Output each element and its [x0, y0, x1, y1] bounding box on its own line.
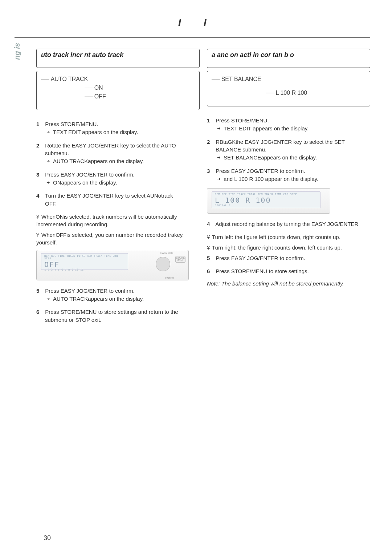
right-step-1: 1 Press STORE/MENU. ➜ TEXT EDIT appears … — [207, 117, 370, 133]
right-step-6: 6 Press STORE/MENU to store settings. — [207, 267, 370, 275]
step-num: 6 — [207, 267, 214, 275]
left-header-band: uto track incr nt auto track — [36, 49, 200, 68]
step-text-b: submenu or STOP exit. — [45, 316, 200, 324]
right-bullet-1: ¥Turn left: the figure left (counts down… — [207, 233, 370, 241]
left-step-3: 3 Press EASY JOG/ENTER to confirm. ➜ ONa… — [36, 171, 200, 187]
step-text: Adjust recording balance by turning the … — [215, 221, 358, 227]
step-result: TEXT EDIT appears on the display. — [224, 125, 309, 131]
lcd-side: DIGITAL I — [215, 204, 317, 207]
lcd-top-row: REM REC TIME TRACK TOTAL REM TRACK TIME … — [215, 193, 317, 196]
right-step-5: 5 Press EASY JOG/ENTER to confirm. — [207, 254, 370, 262]
step-result: AUTO TRACKappears on the display. — [53, 158, 144, 164]
bullet-text: Turn right: the figure right counts down… — [212, 244, 342, 251]
tree-off: OFF — [94, 92, 106, 101]
step-text: Press STORE/MENU. — [216, 117, 269, 123]
bullet-text: WhenOFFis selected, you can number the r… — [36, 232, 184, 246]
tree-val: L 100 R 100 — [276, 89, 307, 97]
bullet-text: WhenONis selected, track numbers will be… — [36, 214, 177, 227]
left-band-title: uto track incr nt auto track — [41, 51, 195, 59]
step-text: RBtaGKthe EASY JOG/ENTER key to select t… — [216, 139, 345, 145]
step-num: 1 — [207, 117, 214, 125]
step-text: Press EASY JOG/ENTER to confirm. — [216, 255, 305, 261]
easyjog-label: EASY JOG — [160, 252, 173, 254]
right-step-4: 4 Adjust recording balance by turning th… — [207, 220, 370, 228]
step-text-b: BALANCE submenu. — [216, 146, 370, 154]
step-num: 1 — [36, 120, 44, 128]
step-result: ONappears on the display. — [53, 179, 117, 186]
step-num: 3 — [207, 167, 214, 175]
title-frag-1: I — [178, 17, 181, 28]
step-num: 5 — [36, 287, 44, 295]
device-panel-image: REM REC TIME TRACK TOTAL REM TRACK TIME … — [36, 250, 189, 280]
left-step-4: 4 Turn the EASY JOG/ENTER key to select … — [36, 192, 200, 208]
right-bullet-2: ¥Turn right: the figure right counts dow… — [207, 244, 370, 251]
right-step-2: 2 RBtaGKthe EASY JOG/ENTER key to select… — [207, 138, 370, 162]
left-step-1: 1 Press STORE/MENU. ➜ TEXT EDIT appears … — [36, 120, 200, 137]
device-panel-image-small: REM REC TIME TRACK TOTAL REM TRACK TIME … — [207, 188, 330, 214]
right-band-title: a anc on acti in cor tan b o — [212, 51, 366, 59]
page: ng is I I uto track incr nt auto track ─… — [0, 0, 392, 555]
step-text: Press EASY JOG/ENTER to confirm. — [216, 168, 305, 174]
step-num: 3 — [36, 171, 44, 179]
lcd-display: REM REC TIME TRACK TOTAL REM TRACK TIME … — [41, 253, 128, 270]
title-frag-2: I — [204, 17, 207, 28]
tree-root: SET BALANCE — [221, 75, 261, 84]
left-step-6: 6 Press STORE/MENU to store settings and… — [36, 308, 200, 324]
left-step-2: 2 Rotate the EASY JOG/ENTER key to selec… — [36, 142, 200, 166]
left-column: uto track incr nt auto track ──AUTO TRAC… — [36, 49, 200, 329]
lcd-top-row: REM REC TIME TRACK TOTAL REM TRACK TIME … — [44, 255, 125, 260]
step-text: Press STORE/MENU. — [45, 121, 98, 127]
left-tree-box: ──AUTO TRACK ──ON ──OFF — [36, 71, 200, 110]
columns: uto track incr nt auto track ──AUTO TRAC… — [36, 49, 370, 329]
step-text: Turn the EASY JOG/ENTER key to select AU… — [45, 193, 173, 199]
step-text-b: OFF. — [45, 200, 200, 208]
bullet-text: Turn left: the figure left (counts down,… — [212, 234, 340, 240]
lcd-bottom-row: 1 2 3 4 5 6 7 8 9 10 11 — [44, 269, 125, 271]
step-result: SET BALANCEappears on the display. — [224, 154, 317, 161]
step-num: 2 — [207, 138, 214, 146]
side-tab: ng is — [13, 43, 21, 60]
right-note: Note: The balance setting will not be st… — [207, 280, 370, 287]
step-result: AUTO TRACKappears on the display. — [53, 296, 144, 302]
right-column: a anc on acti in cor tan b o ──SET BALAN… — [207, 49, 370, 329]
left-bullet-1: ¥WhenONis selected, track numbers will b… — [36, 213, 200, 228]
page-number: 30 — [44, 534, 51, 542]
left-step-5: 5 Press EASY JOG/ENTER to confirm. ➜ AUT… — [36, 287, 200, 303]
right-step-3: 3 Press EASY JOG/ENTER to confirm. ➜ and… — [207, 167, 370, 183]
enter-label: ENTER — [165, 277, 174, 279]
step-num: 5 — [207, 254, 214, 262]
tree-on: ON — [94, 84, 103, 92]
step-num: 6 — [36, 308, 44, 316]
step-text: Press STORE/MENU to store settings. — [216, 268, 309, 274]
step-text: Rotate the EASY JOG/ENTER key to select … — [45, 142, 176, 149]
step-text: Press STORE/MENU to store settings and r… — [45, 309, 178, 315]
step-num: 2 — [36, 142, 44, 150]
step-text: Press EASY JOG/ENTER to confirm. — [45, 171, 134, 178]
lcd-main: L 100 R 100 — [215, 196, 271, 204]
right-tree-box: ──SET BALANCE ──L 100 R 100 — [207, 71, 370, 106]
lcd-display: REM REC TIME TRACK TOTAL REM TRACK TIME … — [212, 191, 320, 208]
divider — [15, 37, 370, 38]
step-text-b: submenu. — [45, 149, 200, 157]
left-bullet-2: ¥WhenOFFis selected, you can number the … — [36, 231, 200, 246]
step-num: 4 — [207, 220, 214, 228]
step-text: Press EASY JOG/ENTER to confirm. — [45, 288, 134, 294]
jog-knob — [156, 257, 170, 271]
step-num: 4 — [36, 192, 44, 200]
step-result: and L 100 R 100 appear on the display. — [224, 176, 318, 182]
right-header-band: a anc on acti in cor tan b o — [207, 49, 370, 68]
lcd-main: OFF — [44, 260, 60, 269]
tree-root: AUTO TRACK — [51, 75, 88, 84]
page-title: I I — [15, 17, 370, 28]
step-result: TEXT EDIT appears on the display. — [53, 129, 138, 135]
store-menu-button: STORE MENU — [175, 256, 185, 263]
